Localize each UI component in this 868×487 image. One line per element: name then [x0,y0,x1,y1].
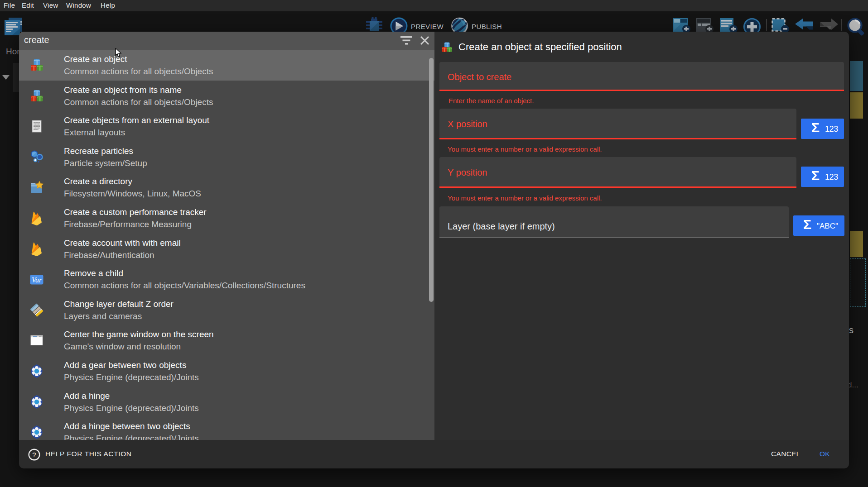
svg-text:?: ? [32,451,36,458]
svg-text:Var: Var [32,276,42,284]
